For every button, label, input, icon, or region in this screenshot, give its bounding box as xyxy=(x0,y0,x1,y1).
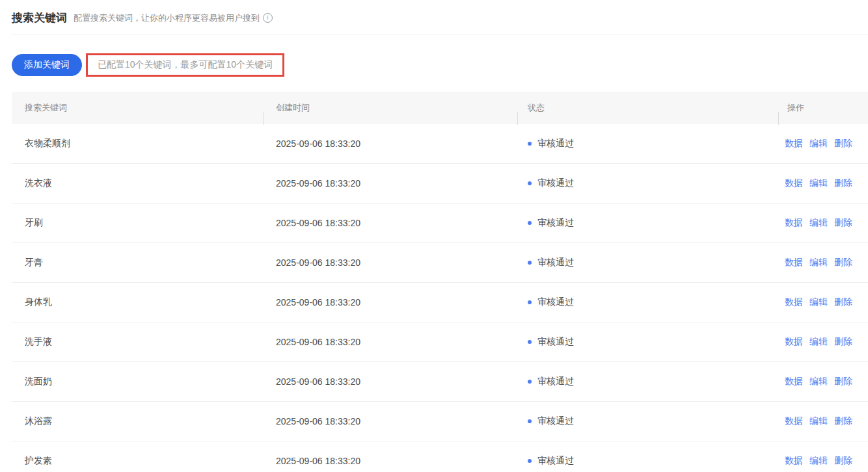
status-cell: 审核通过 xyxy=(517,296,778,308)
created-time-cell: 2025-09-06 18:33:20 xyxy=(263,257,517,268)
table-row: 洗衣液 2025-09-06 18:33:20 审核通过 数据 编辑 删除 xyxy=(12,164,868,203)
status-dot-icon xyxy=(528,340,532,344)
actions-cell: 数据 编辑 删除 xyxy=(778,217,868,229)
status-dot-icon xyxy=(528,380,532,384)
delete-link[interactable]: 删除 xyxy=(834,376,852,387)
table-row: 沐浴露 2025-09-06 18:33:20 审核通过 数据 编辑 删除 xyxy=(12,402,868,441)
status-cell: 审核通过 xyxy=(517,257,778,269)
page-header: 搜索关键词 配置搜索关键词，让你的小程序更容易被用户搜到 i xyxy=(12,10,868,34)
data-link[interactable]: 数据 xyxy=(785,336,803,348)
delete-link[interactable]: 删除 xyxy=(834,455,852,467)
edit-link[interactable]: 编辑 xyxy=(809,217,828,229)
delete-link[interactable]: 删除 xyxy=(834,138,852,150)
info-circle-icon[interactable]: i xyxy=(263,13,273,23)
actions-cell: 数据 编辑 删除 xyxy=(778,257,868,269)
status-dot-icon xyxy=(528,459,532,463)
status-dot-icon xyxy=(528,419,532,423)
created-time-cell: 2025-09-06 18:33:20 xyxy=(263,218,517,228)
edit-link[interactable]: 编辑 xyxy=(809,257,828,269)
column-header-created-time: 创建时间 xyxy=(263,102,517,114)
edit-link[interactable]: 编辑 xyxy=(809,415,828,427)
status-text: 审核通过 xyxy=(537,336,574,348)
delete-link[interactable]: 删除 xyxy=(834,296,852,308)
keyword-cell: 护发素 xyxy=(12,455,263,467)
column-header-status: 状态 xyxy=(517,102,778,114)
status-text: 审核通过 xyxy=(537,415,574,427)
keyword-cell: 牙膏 xyxy=(12,257,263,269)
edit-link[interactable]: 编辑 xyxy=(809,138,828,150)
edit-link[interactable]: 编辑 xyxy=(809,455,828,467)
status-text: 审核通过 xyxy=(537,455,574,467)
delete-link[interactable]: 删除 xyxy=(834,336,852,348)
status-text: 审核通过 xyxy=(537,217,574,229)
table-row: 洗手液 2025-09-06 18:33:20 审核通过 数据 编辑 删除 xyxy=(12,322,868,362)
data-link[interactable]: 数据 xyxy=(785,217,803,229)
delete-link[interactable]: 删除 xyxy=(834,177,852,189)
column-header-actions: 操作 xyxy=(778,102,868,114)
actions-cell: 数据 编辑 删除 xyxy=(778,138,868,150)
column-header-keyword: 搜索关键词 xyxy=(12,102,263,114)
keyword-cell: 牙刷 xyxy=(12,217,263,229)
status-cell: 审核通过 xyxy=(517,217,778,229)
created-time-cell: 2025-09-06 18:33:20 xyxy=(263,416,517,426)
edit-link[interactable]: 编辑 xyxy=(809,376,828,387)
status-cell: 审核通过 xyxy=(517,455,778,467)
actions-cell: 数据 编辑 删除 xyxy=(778,177,868,189)
keyword-cell: 洗面奶 xyxy=(12,376,263,387)
status-dot-icon xyxy=(528,221,532,225)
add-keyword-button[interactable]: 添加关键词 xyxy=(12,54,82,76)
actions-cell: 数据 编辑 删除 xyxy=(778,336,868,348)
keyword-cell: 衣物柔顺剂 xyxy=(12,138,263,150)
data-link[interactable]: 数据 xyxy=(785,177,803,189)
keyword-cell: 洗衣液 xyxy=(12,177,263,189)
status-text: 审核通过 xyxy=(537,257,574,269)
created-time-cell: 2025-09-06 18:33:20 xyxy=(263,138,517,149)
table-row: 护发素 2025-09-06 18:33:20 审核通过 数据 编辑 删除 xyxy=(12,441,868,472)
table-row: 身体乳 2025-09-06 18:33:20 审核通过 数据 编辑 删除 xyxy=(12,283,868,322)
status-text: 审核通过 xyxy=(537,177,574,189)
keywords-page: 搜索关键词 配置搜索关键词，让你的小程序更容易被用户搜到 i 添加关键词 已配置… xyxy=(0,0,868,472)
keywords-table: 搜索关键词 创建时间 状态 操作 衣物柔顺剂 2025-09-06 18:33:… xyxy=(12,92,868,472)
status-cell: 审核通过 xyxy=(517,177,778,189)
edit-link[interactable]: 编辑 xyxy=(809,177,828,189)
delete-link[interactable]: 删除 xyxy=(834,415,852,427)
actions-cell: 数据 编辑 删除 xyxy=(778,296,868,308)
data-link[interactable]: 数据 xyxy=(785,455,803,467)
toolbar: 添加关键词 已配置10个关键词，最多可配置10个关键词 xyxy=(12,50,868,80)
page-subtitle: 配置搜索关键词，让你的小程序更容易被用户搜到 xyxy=(74,12,260,24)
status-cell: 审核通过 xyxy=(517,415,778,427)
data-link[interactable]: 数据 xyxy=(785,257,803,269)
edit-link[interactable]: 编辑 xyxy=(809,296,828,308)
status-dot-icon xyxy=(528,300,532,304)
keyword-cell: 洗手液 xyxy=(12,336,263,348)
table-header-row: 搜索关键词 创建时间 状态 操作 xyxy=(12,92,868,124)
edit-link[interactable]: 编辑 xyxy=(809,336,828,348)
created-time-cell: 2025-09-06 18:33:20 xyxy=(263,297,517,308)
status-dot-icon xyxy=(528,261,532,265)
status-dot-icon xyxy=(528,142,532,146)
created-time-cell: 2025-09-06 18:33:20 xyxy=(263,456,517,466)
status-text: 审核通过 xyxy=(537,296,574,308)
data-link[interactable]: 数据 xyxy=(785,376,803,387)
status-cell: 审核通过 xyxy=(517,336,778,348)
table-row: 牙膏 2025-09-06 18:33:20 审核通过 数据 编辑 删除 xyxy=(12,243,868,283)
table-row: 衣物柔顺剂 2025-09-06 18:33:20 审核通过 数据 编辑 删除 xyxy=(12,124,868,164)
status-text: 审核通过 xyxy=(537,376,574,387)
actions-cell: 数据 编辑 删除 xyxy=(778,455,868,467)
created-time-cell: 2025-09-06 18:33:20 xyxy=(263,178,517,189)
page-title: 搜索关键词 xyxy=(12,10,67,25)
status-text: 审核通过 xyxy=(537,138,574,150)
table-row: 洗面奶 2025-09-06 18:33:20 审核通过 数据 编辑 删除 xyxy=(12,362,868,402)
delete-link[interactable]: 删除 xyxy=(834,257,852,269)
created-time-cell: 2025-09-06 18:33:20 xyxy=(263,376,517,387)
data-link[interactable]: 数据 xyxy=(785,138,803,150)
delete-link[interactable]: 删除 xyxy=(834,217,852,229)
keyword-cell: 身体乳 xyxy=(12,296,263,308)
actions-cell: 数据 编辑 删除 xyxy=(778,376,868,387)
data-link[interactable]: 数据 xyxy=(785,296,803,308)
table-row: 牙刷 2025-09-06 18:33:20 审核通过 数据 编辑 删除 xyxy=(12,203,868,243)
keyword-cell: 沐浴露 xyxy=(12,415,263,427)
status-dot-icon xyxy=(528,181,532,185)
created-time-cell: 2025-09-06 18:33:20 xyxy=(263,337,517,347)
data-link[interactable]: 数据 xyxy=(785,415,803,427)
